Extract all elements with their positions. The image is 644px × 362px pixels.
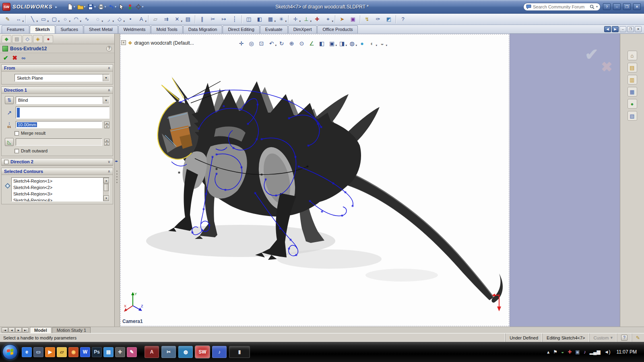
confirm-corner-cancel-icon[interactable]: ✖ (601, 59, 613, 75)
tab-model[interactable]: Model (30, 327, 52, 333)
units-selector[interactable]: Custom▾ (589, 333, 617, 342)
last-tab-button[interactable]: ▶| (22, 327, 29, 333)
selected-contours-header[interactable]: Selected Contours ∧ (2, 168, 113, 175)
ok-button[interactable]: ✔ (3, 54, 8, 62)
straight-slot-button[interactable]: ▢▾ (49, 14, 60, 24)
view-settings-button[interactable]: ◒▾ (378, 39, 387, 48)
solidworks-app-button[interactable]: SW (195, 346, 210, 358)
search-input[interactable] (533, 4, 588, 9)
dropdown-caret-icon[interactable]: ▾ (336, 44, 337, 47)
dropdown-caret-icon[interactable]: ▾ (275, 44, 277, 47)
custom-properties-button[interactable]: ▧ (627, 111, 637, 121)
repair-sketch-button[interactable]: ✚ (312, 14, 322, 24)
confirm-corner-accept-icon[interactable]: ✔ (585, 45, 599, 64)
third-party-tab[interactable]: ● (43, 35, 53, 43)
line-button[interactable]: ╲▾ (27, 14, 38, 24)
app-logo[interactable]: SW SOLIDWORKS ▸ (0, 3, 60, 11)
dropdown-caret-icon[interactable]: ▾ (101, 20, 103, 23)
extend-entities-button[interactable]: ↦ (219, 14, 229, 24)
circular-sketch-pattern-button[interactable]: ✳▾ (276, 14, 287, 24)
dimxpertmanager-tab[interactable]: ◇ (23, 35, 32, 43)
mirror-entities-button[interactable]: ◫ (244, 14, 254, 24)
contour-item[interactable]: Sketch4-Region<3> (12, 191, 103, 197)
draft-button[interactable]: ◺ (5, 138, 14, 146)
view-palette-button[interactable]: ▦ (627, 87, 637, 97)
media-tray-icon[interactable]: ♪ (584, 349, 586, 355)
minimize-button[interactable]: – (613, 3, 621, 10)
previous-window-button[interactable]: ◀ (604, 26, 611, 32)
menu-flyout-icon[interactable]: ▸ (56, 5, 58, 9)
windows-media-player-button[interactable]: ▶ (45, 347, 55, 357)
dropdown-caret-icon[interactable]: ▾ (58, 20, 60, 23)
word-button[interactable]: W (80, 347, 90, 357)
propertymanager-tab[interactable]: ◆ (2, 35, 11, 43)
show-hidden-icons[interactable]: ▴ (547, 349, 549, 355)
splitter-handle-icon[interactable]: ◂▸ (115, 159, 118, 163)
spline-button[interactable]: ∿ (82, 14, 92, 24)
browser-window-button[interactable]: ◍ (178, 346, 193, 358)
new-document-button[interactable]: ▾ (66, 2, 76, 12)
dropdown-caret-icon[interactable]: ▾ (36, 20, 38, 23)
close-document-button[interactable]: ✕ (635, 26, 642, 32)
camera-label[interactable]: Camera1 (122, 319, 143, 324)
featuremanager-flyout-expander[interactable]: + (121, 40, 126, 45)
tab-sketch[interactable]: Sketch (30, 25, 55, 33)
zoom-in-out-button[interactable]: ⊕ (287, 39, 296, 48)
next-tab-button[interactable]: ▶ (15, 327, 22, 333)
collapse-icon[interactable]: ∧ (107, 88, 110, 92)
volume-icon[interactable]: ◄) (604, 349, 611, 355)
contours-scrollbar[interactable]: ▲ ▼ (103, 178, 109, 201)
antivirus-icon[interactable]: ✚ (568, 349, 572, 355)
save-button[interactable]: ▾ (87, 2, 97, 12)
dropdown-caret-icon[interactable]: ▾ (47, 20, 49, 23)
plane-button[interactable]: ▱ (150, 14, 161, 24)
apply-scene-button[interactable]: ◐▾ (367, 39, 377, 48)
contour-item[interactable]: Sketch4-Region<2> (12, 184, 103, 191)
edit-color-icon[interactable]: ✎ (636, 335, 640, 341)
dropdown-caret-icon[interactable]: ▼ (103, 74, 109, 81)
tab-direct-editing[interactable]: Direct Editing (223, 25, 259, 33)
dropdown-caret-icon[interactable]: ▾ (145, 20, 147, 23)
section-view-button[interactable]: ◧ (317, 39, 326, 48)
view-orientation-button[interactable]: ▣▾ (327, 39, 336, 48)
rotate-view-button[interactable]: ↻ (277, 39, 286, 48)
configurationmanager-tab[interactable]: ▤ (12, 35, 22, 43)
polygon-button[interactable]: ◇▾ (114, 14, 125, 24)
command-prompt-button[interactable]: ▮ (229, 346, 250, 358)
dropdown-caret-icon[interactable]: ▾ (69, 20, 70, 23)
depth-spinner[interactable]: ▲ ▼ (104, 121, 109, 128)
pan-button[interactable]: ✛ (237, 39, 246, 48)
snipping-tool-button[interactable]: ✂ (161, 346, 176, 358)
search-icon[interactable] (590, 4, 594, 9)
close-button[interactable]: ✕ (633, 3, 641, 10)
measure-button[interactable]: ∠ (307, 39, 316, 48)
merge-result-checkbox[interactable] (14, 131, 19, 136)
previous-view-button[interactable]: ↶▾ (267, 39, 276, 48)
centerpoint-arc-button[interactable]: ◠▾ (71, 14, 81, 24)
update-icon[interactable]: ◒ (561, 349, 564, 355)
tab-mold-tools[interactable]: Mold Tools (151, 25, 182, 33)
first-tab-button[interactable]: |◀ (2, 327, 8, 333)
scroll-thumb[interactable] (104, 184, 109, 191)
direction-reference-box[interactable] (16, 107, 109, 119)
contour-item[interactable]: Sketch4-Region<1> (12, 178, 103, 184)
trim-entities-button[interactable]: ✂ (208, 14, 218, 24)
collapse-icon[interactable]: ∧ (107, 169, 110, 173)
minimize-document-button[interactable]: – (619, 26, 626, 32)
direction2-header[interactable]: Direction 2 ∨ (2, 158, 113, 165)
sketch-ink-button[interactable]: ✑ (373, 14, 383, 24)
tab-evaluate[interactable]: Evaluate (260, 25, 288, 33)
calculator-button[interactable]: ✛ (115, 347, 125, 357)
dropdown-caret-icon[interactable]: ▾ (356, 44, 357, 47)
tab-surfaces[interactable]: Surfaces (56, 25, 83, 33)
corner-rectangle-button[interactable]: ▭▾ (38, 14, 49, 24)
circle-button[interactable]: ○▾ (60, 14, 70, 24)
smart-dimension-button[interactable]: ↔▾ (13, 14, 24, 24)
scroll-up-icon[interactable]: ▲ (103, 178, 109, 183)
previous-tab-button[interactable]: ◀ (8, 327, 15, 333)
from-dropdown[interactable]: Sketch Plane ▼ (14, 74, 109, 82)
dropdown-caret-icon[interactable]: ▾ (346, 44, 347, 47)
design-library-button[interactable]: ▤ (627, 63, 637, 72)
contour-item[interactable]: Sketch4-Region<4> (12, 197, 103, 201)
dropdown-caret-icon[interactable]: ▾ (22, 20, 24, 23)
